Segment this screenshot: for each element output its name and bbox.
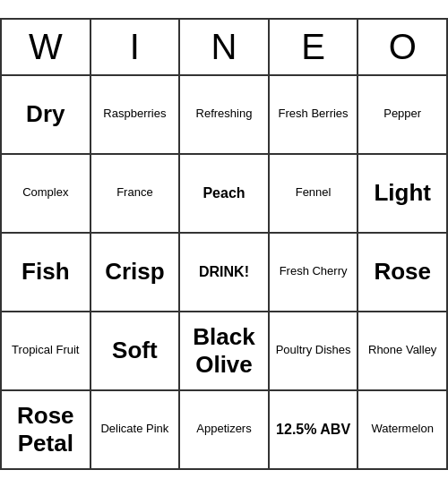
- cell-1-1: France: [90, 154, 180, 233]
- cell-0-3: Fresh Berries: [269, 75, 358, 154]
- grid-row-0: DryRaspberriesRefreshingFresh BerriesPep…: [1, 75, 447, 154]
- cell-3-3: Poultry Dishes: [269, 312, 358, 390]
- cell-0-0: Dry: [1, 75, 90, 154]
- cell-1-0: Complex: [1, 154, 90, 233]
- grid-row-4: Rose PetalDelicate PinkAppetizers12.5% A…: [1, 390, 447, 469]
- header-e: E: [269, 19, 358, 75]
- cell-4-4: Watermelon: [358, 390, 447, 469]
- header-i: I: [90, 19, 180, 75]
- cell-1-3: Fennel: [269, 154, 358, 233]
- header-n: N: [179, 19, 269, 75]
- grid-row-3: Tropical FruitSoftBlack OlivePoultry Dis…: [1, 312, 447, 390]
- cell-1-2: Peach: [179, 154, 269, 233]
- cell-3-2: Black Olive: [179, 312, 269, 390]
- cell-4-0: Rose Petal: [1, 390, 90, 469]
- cell-2-0: Fish: [1, 233, 90, 312]
- cell-1-4: Light: [358, 154, 447, 233]
- cell-3-1: Soft: [90, 312, 180, 390]
- cell-0-4: Pepper: [358, 75, 447, 154]
- cell-4-1: Delicate Pink: [90, 390, 180, 469]
- cell-2-1: Crisp: [90, 233, 180, 312]
- grid-row-1: ComplexFrancePeachFennelLight: [1, 154, 447, 233]
- grid-row-2: FishCrispDRINK!Fresh CherryRose: [1, 233, 447, 312]
- cell-4-3: 12.5% ABV: [269, 390, 358, 469]
- bingo-grid: W I N E O DryRaspberriesRefreshingFresh …: [0, 18, 448, 470]
- cell-0-2: Refreshing: [179, 75, 269, 154]
- cell-0-1: Raspberries: [90, 75, 180, 154]
- cell-2-4: Rose: [358, 233, 447, 312]
- cell-2-2: DRINK!: [179, 233, 269, 312]
- header-o: O: [358, 19, 447, 75]
- cell-2-3: Fresh Cherry: [269, 233, 358, 312]
- cell-4-2: Appetizers: [179, 390, 269, 469]
- cell-3-4: Rhone Valley: [358, 312, 447, 390]
- cell-3-0: Tropical Fruit: [1, 312, 90, 390]
- header-row: W I N E O: [1, 19, 447, 75]
- header-w: W: [1, 19, 90, 75]
